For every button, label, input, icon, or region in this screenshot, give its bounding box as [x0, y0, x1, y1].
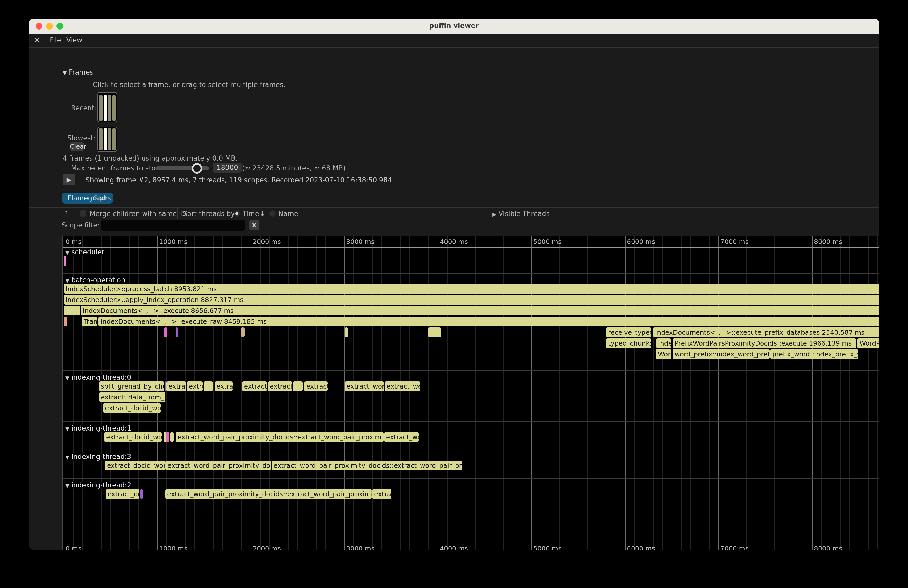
scope-filter-input[interactable]: [101, 220, 245, 231]
flamegraph-span[interactable]: IndexDocuments<_, _>::execute_raw 8459.1…: [98, 316, 879, 326]
flamegraph-span[interactable]: index: [656, 338, 671, 348]
ruler-tick-label: 5000 ms: [533, 545, 562, 549]
flamegraph-span[interactable]: WordPr: [858, 338, 879, 348]
flamegraph-span[interactable]: extract_wo: [385, 381, 420, 391]
sort-time-radio[interactable]: [234, 210, 240, 217]
frame-bar[interactable]: [112, 129, 116, 150]
flamegraph-span[interactable]: IndexScheduler>::process_batch 8953.821 …: [63, 284, 879, 294]
flamegraph-span[interactable]: extract_word_pair_proximity_docids::extr…: [165, 489, 371, 499]
flamegraph-span[interactable]: extract_wo: [384, 432, 419, 442]
frame-bar[interactable]: [108, 129, 111, 150]
grid-line: [185, 236, 185, 549]
flamegraph-span[interactable]: typed_chunk::w: [606, 338, 652, 348]
section-separator: [63, 421, 879, 422]
thread-header[interactable]: ▼scheduler: [64, 248, 106, 256]
thread-header[interactable]: ▼indexing-thread:0: [64, 374, 133, 381]
play-button[interactable]: ▶: [63, 174, 75, 185]
flamegraph-span[interactable]: extract_word_pair_proximity_docids: [165, 461, 271, 471]
grid-line: [868, 236, 869, 549]
flamegraph-span[interactable]: [241, 328, 245, 337]
frame-bar-selected[interactable]: [103, 95, 107, 121]
flamegraph-span[interactable]: [63, 316, 67, 326]
flamegraph-span[interactable]: IndexDocuments<_, _>::execute_prefix_dat…: [653, 328, 879, 337]
flamegraph-span[interactable]: [204, 381, 213, 391]
frame-bar-selected[interactable]: [103, 129, 107, 150]
flamegraph-span[interactable]: extract: [304, 381, 328, 391]
flamegraph-span[interactable]: [63, 256, 66, 266]
flamegraph-span[interactable]: extract_: [242, 381, 267, 391]
menu-file[interactable]: File: [50, 36, 61, 44]
flamegraph-span[interactable]: extract_: [268, 381, 292, 391]
flamegraph-span[interactable]: extrac: [214, 381, 232, 391]
ruler-baseline: [63, 247, 879, 247]
flamegraph-span[interactable]: [64, 306, 80, 315]
flamegraph-span[interactable]: IndexScheduler>::apply_index_operation 8…: [63, 295, 879, 305]
grid-line: [279, 236, 279, 549]
frame-bar[interactable]: [99, 129, 102, 150]
grid-line: [438, 236, 438, 549]
slider-knob[interactable]: [192, 163, 202, 174]
max-frames-value[interactable]: 18000: [213, 163, 242, 172]
flamegraph-span[interactable]: [164, 432, 166, 442]
flamegraph-span[interactable]: extract_docid_word: [104, 432, 161, 442]
thread-header[interactable]: ▼indexing-thread:2: [64, 481, 133, 489]
flamegraph-span[interactable]: IndexDocuments<_, _>::execute 8656.677 m…: [80, 306, 879, 315]
flamegraph-span[interactable]: extract::data_from_ob: [99, 392, 165, 402]
flamegraph-span[interactable]: extrac: [372, 489, 391, 499]
flamegraph-span[interactable]: extract_docid_word: [103, 403, 161, 413]
merge-children-label[interactable]: Merge children with same ID: [90, 210, 186, 218]
flamegraph-span[interactable]: Word: [656, 349, 671, 359]
clear-button[interactable]: Clear: [70, 143, 84, 151]
clear-filter-button[interactable]: x: [249, 220, 259, 230]
thread-header[interactable]: ▼indexing-thread:3: [64, 453, 133, 461]
flamegraph-span[interactable]: prefix_word::index_prefix_wo: [770, 349, 858, 359]
frame-bar[interactable]: [112, 95, 116, 121]
flamegraph-span[interactable]: extract_doc: [105, 489, 140, 499]
help-button[interactable]: ?: [64, 210, 68, 218]
flamegraph-span[interactable]: extract_word_pair_proximity_docids::extr…: [272, 461, 462, 471]
flamegraph-span[interactable]: [176, 328, 178, 337]
flamegraph-canvas[interactable]: 0 ms0 ms1000 ms1000 ms2000 ms2000 ms3000…: [62, 236, 879, 549]
grid-line: [728, 236, 728, 549]
menu-view[interactable]: View: [66, 36, 82, 44]
visible-threads-header[interactable]: ▶ Visible Threads: [493, 210, 550, 218]
grid-line: [288, 236, 288, 549]
thread-header[interactable]: ▼batch-operation: [64, 276, 127, 284]
flamegraph-span[interactable]: [345, 328, 349, 337]
tab-stats[interactable]: Stats: [93, 193, 112, 204]
merge-children-checkbox[interactable]: [80, 210, 86, 217]
ruler-tick-label: 6000 ms: [627, 545, 655, 549]
flamegraph-span[interactable]: [170, 432, 174, 442]
slowest-frames-thumbnail[interactable]: [97, 127, 117, 152]
flamegraph-span[interactable]: extract_word: [345, 381, 384, 391]
flamegraph-span[interactable]: extract_word_pair_proximity_docids::extr…: [175, 432, 383, 442]
flamegraph-span[interactable]: [428, 328, 441, 337]
sort-name-radio[interactable]: [269, 210, 276, 217]
thread-header[interactable]: ▼indexing-thread:1: [64, 424, 133, 432]
flamegraph-span[interactable]: receive_typed_: [606, 328, 652, 337]
flamegraph-span[interactable]: [166, 432, 170, 442]
flamegraph-span[interactable]: extract: [166, 381, 186, 391]
flamegraph-span[interactable]: PrefixWordPairsProximityDocids::execute …: [673, 338, 856, 348]
app-theme-icon[interactable]: ✳: [34, 36, 40, 44]
sort-name-label[interactable]: Name: [278, 210, 298, 218]
flamegraph-span[interactable]: [140, 489, 142, 499]
ruler-tick-label: 7000 ms: [720, 545, 749, 549]
sort-time-label[interactable]: Time: [243, 210, 259, 218]
flamegraph-span[interactable]: word_prefix::index_word_prefix_: [673, 349, 770, 359]
ruler-tick-label: 3000 ms: [346, 545, 374, 549]
flamegraph-span[interactable]: extra: [187, 381, 203, 391]
flamegraph-span[interactable]: [164, 328, 167, 337]
ruler-tick-label: 8000 ms: [814, 545, 842, 549]
frame-bar[interactable]: [108, 95, 111, 121]
flamegraph-span[interactable]: Trans: [82, 316, 97, 326]
grid-line: [513, 236, 513, 549]
grid-line: [456, 236, 457, 549]
recent-frames-thumbnail[interactable]: [97, 92, 117, 122]
flamegraph-span[interactable]: split_grenad_by_chun: [99, 381, 164, 391]
flamegraph-span[interactable]: [293, 381, 303, 391]
sort-direction-icon[interactable]: ⬇: [260, 210, 266, 218]
frame-bar[interactable]: [99, 95, 102, 121]
frames-section-header[interactable]: ▼ Frames: [63, 68, 93, 76]
flamegraph-span[interactable]: extract_docid_word: [105, 461, 164, 471]
